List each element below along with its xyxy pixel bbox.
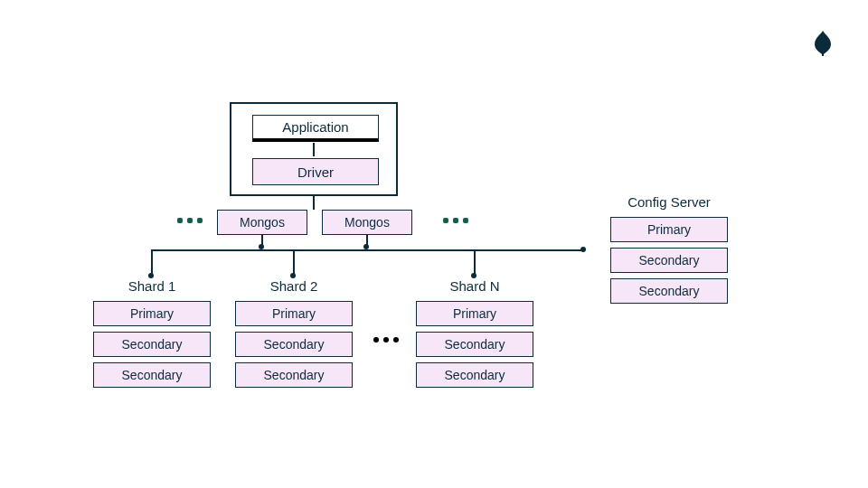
shard-2-primary: Primary <box>235 301 353 326</box>
shard-1-primary: Primary <box>93 301 211 326</box>
shard-1-title: Shard 1 <box>93 278 211 294</box>
sharding-architecture-diagram: Application Driver Mongos Mongos Shard 1… <box>0 0 868 488</box>
connector-app-to-driver <box>313 143 315 156</box>
connector-to-shardN <box>474 249 476 275</box>
ellipsis-right-icon <box>443 218 468 223</box>
shard-1-group: Shard 1 Primary Secondary Secondary <box>93 278 211 393</box>
shard-N-primary: Primary <box>416 301 533 326</box>
mongodb-leaf-icon <box>814 31 832 56</box>
mongos-router-1: Mongos <box>217 210 307 235</box>
shard-1-secondary-2: Secondary <box>93 362 211 388</box>
config-server-secondary-1: Secondary <box>610 248 728 273</box>
dot-bus-right-end <box>580 247 586 252</box>
mongos-router-2: Mongos <box>322 210 412 235</box>
shard-2-title: Shard 2 <box>235 278 353 294</box>
shard-N-group: Shard N Primary Secondary Secondary <box>416 278 533 393</box>
bus-line <box>151 249 583 251</box>
shard-N-secondary-2: Secondary <box>416 362 533 388</box>
shard-1-secondary-1: Secondary <box>93 332 211 357</box>
shard-N-title: Shard N <box>416 278 533 294</box>
shard-2-secondary-2: Secondary <box>235 362 353 388</box>
connector-frame-to-mongos <box>313 196 315 210</box>
shard-2-secondary-1: Secondary <box>235 332 353 357</box>
connector-to-shard1 <box>151 249 153 275</box>
ellipsis-shards-icon <box>373 337 399 343</box>
config-server-group: Config Server Primary Secondary Secondar… <box>610 194 728 309</box>
connector-to-shard2 <box>293 249 295 275</box>
application-box: Application <box>252 115 379 142</box>
ellipsis-left-icon <box>177 218 203 223</box>
config-server-title: Config Server <box>610 194 728 210</box>
shard-2-group: Shard 2 Primary Secondary Secondary <box>235 278 353 393</box>
config-server-primary: Primary <box>610 217 728 242</box>
driver-box: Driver <box>252 158 379 185</box>
config-server-secondary-2: Secondary <box>610 278 728 304</box>
shard-N-secondary-1: Secondary <box>416 332 533 357</box>
